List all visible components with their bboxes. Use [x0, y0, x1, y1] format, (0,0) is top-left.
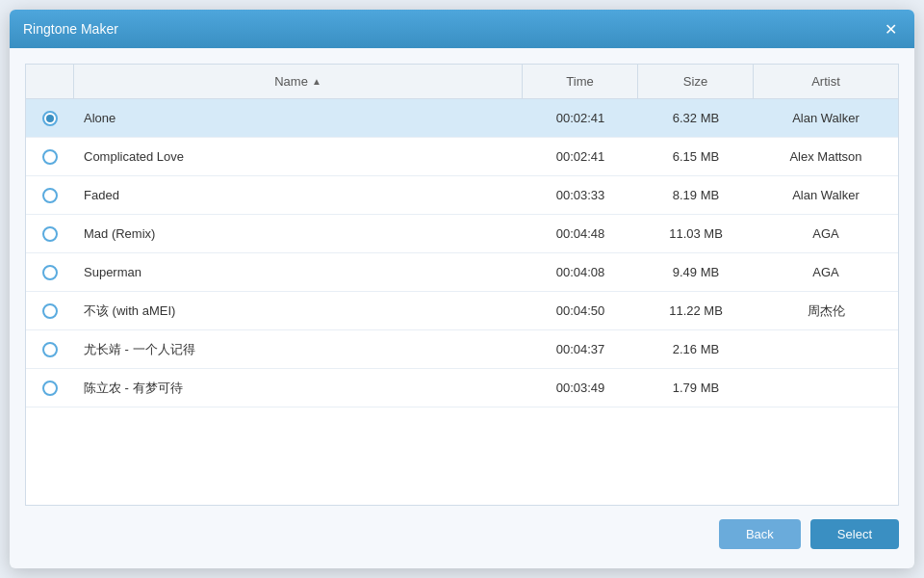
table-body: Alone00:02:416.32 MBAlan WalkerComplicat… [26, 99, 898, 505]
song-time: 00:02:41 [523, 142, 638, 171]
table-row[interactable]: Superman00:04:089.49 MBAGA [26, 253, 898, 292]
title-bar: Ringtone Maker ✕ [10, 10, 914, 48]
col-radio [26, 65, 74, 98]
select-button[interactable]: Select [810, 519, 899, 549]
table-row[interactable]: Complicated Love00:02:416.15 MBAlex Matt… [26, 138, 898, 176]
table-row[interactable]: Faded00:03:338.19 MBAlan Walker [26, 176, 898, 215]
song-table: Name ▲ Time Size Artist Alone00:02:416.3… [25, 64, 899, 506]
song-artist: Alex Mattson [754, 142, 898, 171]
radio-cell[interactable] [26, 373, 74, 404]
radio-button[interactable] [42, 265, 58, 280]
song-artist: AGA [754, 257, 898, 287]
song-artist [754, 342, 898, 357]
radio-cell[interactable] [26, 142, 74, 172]
radio-button[interactable] [42, 303, 58, 319]
back-button[interactable]: Back [719, 519, 801, 549]
table-row[interactable]: Alone00:02:416.32 MBAlan Walker [26, 99, 898, 138]
col-artist: Artist [754, 65, 898, 98]
radio-button[interactable] [42, 342, 58, 357]
song-artist [754, 381, 898, 396]
song-artist: Alan Walker [754, 180, 898, 210]
song-size: 11.03 MB [638, 219, 754, 249]
radio-cell[interactable] [26, 103, 74, 134]
song-artist: AGA [754, 219, 898, 249]
table-row[interactable]: 陈立农 - 有梦可待00:03:491.79 MB [26, 369, 898, 407]
song-name: Superman [74, 257, 523, 287]
content-area: Name ▲ Time Size Artist Alone00:02:416.3… [10, 48, 914, 568]
radio-cell[interactable] [26, 257, 74, 288]
song-name: 陈立农 - 有梦可待 [74, 372, 523, 405]
song-time: 00:04:48 [523, 219, 638, 249]
song-artist: Alan Walker [754, 103, 898, 133]
radio-button[interactable] [42, 381, 58, 396]
song-time: 00:04:37 [523, 334, 638, 364]
radio-cell[interactable] [26, 180, 74, 211]
main-window: Ringtone Maker ✕ Name ▲ Time Size Artist… [10, 10, 914, 568]
table-header: Name ▲ Time Size Artist [26, 65, 898, 99]
col-time: Time [523, 65, 638, 98]
song-time: 00:04:08 [523, 257, 638, 287]
footer: Back Select [25, 506, 899, 553]
window-title: Ringtone Maker [23, 21, 118, 37]
song-size: 6.15 MB [638, 142, 754, 171]
song-name: Faded [74, 180, 523, 210]
song-size: 9.49 MB [638, 257, 754, 287]
song-name: Complicated Love [74, 142, 523, 171]
song-time: 00:02:41 [523, 103, 638, 133]
table-row[interactable]: 不该 (with aMEI)00:04:5011.22 MB周杰伦 [26, 292, 898, 330]
sort-arrow-icon: ▲ [312, 76, 321, 87]
close-button[interactable]: ✕ [880, 18, 901, 39]
song-size: 2.16 MB [638, 334, 754, 364]
table-row[interactable]: Mad (Remix)00:04:4811.03 MBAGA [26, 215, 898, 253]
radio-button[interactable] [42, 149, 58, 165]
table-row[interactable]: 尤长靖 - 一个人记得00:04:372.16 MB [26, 330, 898, 369]
song-size: 1.79 MB [638, 373, 754, 403]
radio-cell[interactable] [26, 334, 74, 365]
song-size: 11.22 MB [638, 296, 754, 326]
song-artist: 周杰伦 [754, 295, 898, 328]
radio-cell[interactable] [26, 296, 74, 327]
radio-cell[interactable] [26, 219, 74, 250]
radio-button[interactable] [42, 111, 58, 126]
song-name: Alone [74, 103, 523, 133]
radio-button[interactable] [42, 226, 58, 242]
song-time: 00:03:33 [523, 180, 638, 210]
song-size: 6.32 MB [638, 103, 754, 133]
song-time: 00:03:49 [523, 373, 638, 403]
song-name: Mad (Remix) [74, 219, 523, 249]
radio-button[interactable] [42, 188, 58, 203]
col-name[interactable]: Name ▲ [74, 65, 523, 98]
song-size: 8.19 MB [638, 180, 754, 210]
song-name: 不该 (with aMEI) [74, 295, 523, 328]
song-time: 00:04:50 [523, 296, 638, 326]
col-size: Size [638, 65, 754, 98]
song-name: 尤长靖 - 一个人记得 [74, 333, 523, 366]
